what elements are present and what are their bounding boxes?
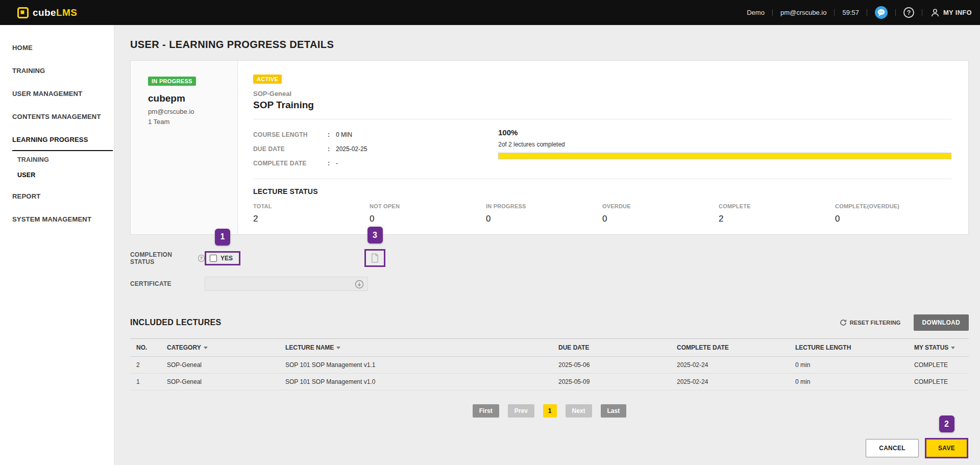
cell-lecture-name: SOP 101 SOP Management v1.1 [279, 357, 552, 374]
env-label: Demo [747, 9, 765, 16]
chat-icon[interactable] [875, 6, 888, 19]
progress-bar [498, 153, 951, 159]
certificate-download-icon[interactable] [355, 280, 364, 289]
completion-yes-checkbox[interactable]: YES [206, 253, 239, 264]
stat-label: COMPLETE(OVERDUE) [835, 203, 951, 209]
logo-text-lms: LMS [56, 7, 77, 18]
save-button[interactable]: SAVE [926, 439, 967, 457]
topbar: cubeLMS Demo pm@crscube.io 59:57 [0, 0, 980, 25]
divider [253, 119, 951, 119]
topbar-divider [772, 9, 773, 16]
cell-lecture-length: 0 min [789, 357, 908, 374]
col-complete-date: COMPLETE DATE [671, 339, 789, 357]
col-lecture-length: LECTURE LENGTH [789, 339, 908, 357]
stat-overdue: OVERDUE 0 [602, 203, 719, 224]
stat-complete-overdue: COMPLETE(OVERDUE) 0 [835, 203, 951, 224]
cell-lecture-name: SOP 101 SOP Management v1.0 [279, 374, 552, 390]
sidebar-subitem-user[interactable]: USER [17, 167, 113, 183]
sidebar-item-contents-management[interactable]: CONTENTS MANAGEMENT [12, 105, 113, 128]
annotation-badge-1: 1 [215, 229, 230, 246]
certificate-label-text: CERTIFICATE [130, 280, 172, 287]
pagination-first[interactable]: First [473, 404, 499, 418]
user-panel: IN PROGRESS cubepm pm@crscube.io 1 Team [131, 61, 238, 234]
page-title: USER - LEARNING PROGRESS DETAILS [130, 39, 969, 51]
sidebar-item-user-management[interactable]: USER MANAGEMENT [12, 82, 113, 105]
course-category: SOP-Geneal [253, 90, 951, 97]
cell-my-status: COMPLETE [908, 357, 969, 374]
reset-filtering-label: RESET FILTERING [850, 320, 901, 326]
user-status-badge: IN PROGRESS [148, 77, 196, 86]
stat-value: 2 [719, 214, 835, 224]
checkbox-icon[interactable] [210, 255, 217, 262]
cancel-button[interactable]: CANCEL [866, 439, 919, 457]
complete-date-label: COMPLETE DATE [253, 160, 328, 167]
topbar-divider [834, 9, 835, 16]
progress-percent: 100% [498, 128, 951, 137]
included-lectures-header: INCLUDED LECTURES RESET FILTERING DOWNLO… [130, 314, 969, 331]
session-timer: 59:57 [842, 9, 859, 16]
download-button[interactable]: DOWNLOAD [914, 314, 969, 331]
pagination-prev[interactable]: Prev [508, 404, 534, 418]
reset-filtering-button[interactable]: RESET FILTERING [840, 319, 901, 326]
colon [328, 145, 330, 153]
username: cubepm [148, 93, 229, 104]
colon [328, 131, 330, 138]
col-category[interactable]: CATEGORY [161, 339, 279, 357]
table-header-row: NO. CATEGORY LECTURE NAME DUE DATE COMPL… [130, 339, 969, 357]
stat-value: 0 [486, 214, 602, 224]
sort-icon [336, 347, 340, 349]
topbar-user-email: pm@crscube.io [780, 9, 827, 16]
pagination-next[interactable]: Next [566, 404, 592, 418]
annotation-badge-3: 3 [368, 227, 383, 243]
main-content: USER - LEARNING PROGRESS DETAILS IN PROG… [115, 25, 980, 465]
lectures-table: NO. CATEGORY LECTURE NAME DUE DATE COMPL… [130, 338, 969, 390]
document-icon[interactable] [371, 253, 379, 263]
cell-lecture-length: 0 min [789, 374, 908, 390]
checkbox-label: YES [220, 255, 233, 262]
colon [328, 160, 330, 167]
app-logo[interactable]: cubeLMS [17, 7, 77, 18]
divider [253, 179, 951, 179]
due-date-value: 2025-02-25 [336, 145, 367, 153]
stat-label: NOT OPEN [370, 203, 486, 209]
sidebar-subitem-training[interactable]: TRAINING [17, 152, 113, 167]
completion-status-label: COMPLETION STATUS [130, 251, 205, 265]
annotation-box-2: 2 SAVE [925, 438, 968, 458]
stat-in-progress: IN PROGRESS 0 [486, 203, 602, 224]
certificate-input[interactable] [205, 277, 368, 291]
my-info-button[interactable]: MY INFO [930, 8, 972, 18]
stat-label: TOTAL [253, 203, 370, 209]
progress-summary: 100% 2of 2 lectures completed [498, 128, 951, 170]
col-lecture-name[interactable]: LECTURE NAME [279, 339, 552, 357]
cell-due-date: 2025-05-06 [552, 357, 671, 374]
course-panel: ACTIVE SOP-Geneal SOP Training COURSE LE… [238, 61, 968, 234]
sidebar-item-report[interactable]: REPORT [12, 185, 113, 208]
info-icon[interactable] [198, 255, 205, 262]
sidebar-item-system-management[interactable]: SYSTEM MANAGEMENT [12, 208, 113, 231]
lecture-status-stats: TOTAL 2 NOT OPEN 0 IN PROGRESS 0 OVERDUE… [253, 203, 951, 224]
help-icon[interactable] [903, 7, 914, 18]
sidebar-item-home[interactable]: HOME [12, 36, 113, 59]
cube-logo-icon [17, 7, 29, 18]
topbar-divider [922, 9, 922, 16]
pagination-last[interactable]: Last [601, 404, 627, 418]
user-team: 1 Team [148, 118, 229, 126]
cell-category: SOP-Geneal [161, 357, 279, 374]
sidebar-item-learning-progress[interactable]: LEARNING PROGRESS [12, 128, 113, 151]
stat-complete: COMPLETE 2 [719, 203, 835, 224]
user-email: pm@crscube.io [148, 108, 229, 115]
topbar-divider [867, 9, 867, 16]
complete-date-row: COMPLETE DATE - [253, 156, 498, 170]
cell-my-status: COMPLETE [908, 374, 969, 390]
stat-value: 0 [602, 214, 719, 224]
my-info-label: MY INFO [943, 9, 972, 16]
stat-label: OVERDUE [602, 203, 719, 209]
pagination-page-1[interactable]: 1 [543, 404, 557, 418]
sort-icon [204, 347, 208, 349]
col-my-status[interactable]: MY STATUS [908, 339, 969, 357]
lecture-status-heading: LECTURE STATUS [253, 187, 951, 195]
sidebar-item-training[interactable]: TRAINING [12, 59, 113, 82]
completion-status-label-text: COMPLETION STATUS [130, 251, 195, 265]
annotation-badge-2: 2 [939, 415, 954, 432]
table-row: 2 SOP-Geneal SOP 101 SOP Management v1.1… [130, 357, 969, 374]
